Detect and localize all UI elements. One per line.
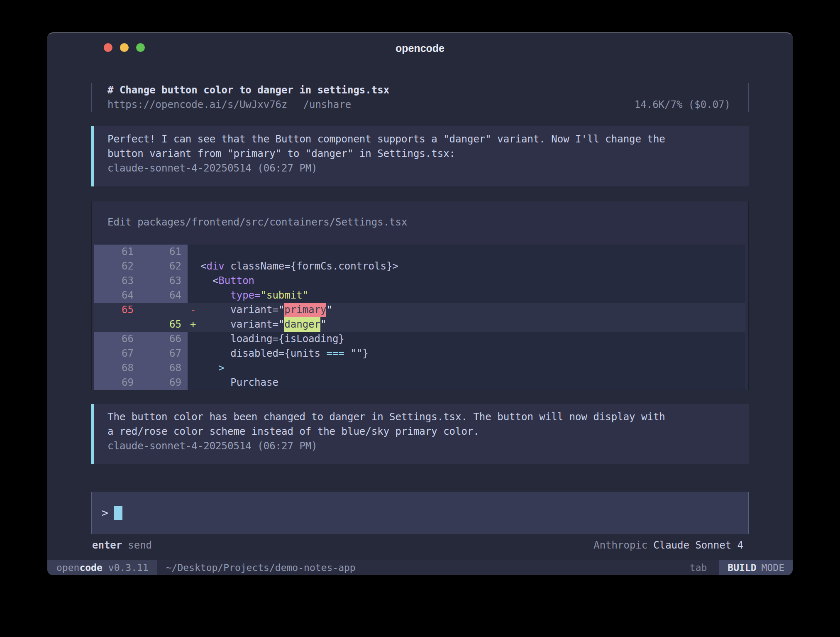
old-line-number: 68 [94, 361, 134, 375]
code-token: disabled={units [200, 348, 326, 359]
diff-gutter: 6161 [94, 245, 188, 259]
diff-gutter: 6767 [94, 346, 188, 361]
message-meta: claude-sonnet-4-20250514 (06:27 PM) [107, 439, 749, 453]
working-directory: ~/Desktop/Projects/demo-notes-app [166, 560, 356, 575]
code-line: <div className={formCs.controls}> [200, 259, 398, 274]
gutter-pad [181, 375, 188, 390]
code-token [200, 362, 218, 374]
message-line: button variant from "primary" to "danger… [107, 147, 749, 161]
app-version-chip: opencodev0.3.11 [47, 560, 157, 575]
prompt-symbol: > [102, 507, 108, 519]
tab-key-hint: tab [690, 560, 707, 575]
new-line-number: 67 [134, 346, 181, 361]
enter-key-hint: enter [92, 539, 122, 551]
code-token: primary [284, 303, 326, 317]
app-window: opencode # Change button color to danger… [47, 32, 793, 575]
mode-name: BUILD [728, 562, 756, 573]
model-indicator: AnthropicClaude Sonnet 4 [593, 538, 743, 553]
new-line-number: 64 [134, 288, 181, 303]
code-token: " [326, 304, 332, 316]
old-line-number: 65 [94, 303, 134, 317]
old-line-number: 66 [94, 332, 134, 346]
diff-row: 65+ variant="danger" [94, 317, 745, 332]
diff-gutter: 65 [94, 303, 188, 317]
new-line-number: 68 [134, 361, 181, 375]
code-token: === [326, 348, 344, 359]
gutter-pad [181, 274, 188, 288]
code-token: < [200, 260, 206, 272]
code-token: type= [230, 289, 260, 301]
diff-gutter: 6868 [94, 361, 188, 375]
diff-sign [188, 332, 200, 346]
code-token: variant= [200, 304, 278, 316]
model-label: Claude Sonnet 4 [653, 539, 743, 551]
code-line: type="submit" [200, 288, 308, 303]
old-line-number: 64 [94, 288, 134, 303]
diff-row: 6868 > [94, 361, 745, 375]
diff-sign [188, 245, 200, 259]
gutter-pad [181, 259, 188, 274]
diff-rows: 61616262<div className={formCs.controls}… [94, 245, 745, 390]
code-line: variant="danger" [200, 317, 326, 332]
assistant-message-1: Perfect! I can see that the Button compo… [91, 126, 749, 186]
text-cursor [114, 506, 122, 520]
mode-suffix: MODE [762, 562, 784, 573]
code-token: Purchase [200, 377, 278, 388]
diff-sign [188, 288, 200, 303]
diff-gutter: 6969 [94, 375, 188, 390]
code-token: className={formCs.controls}> [225, 260, 398, 272]
code-token: danger [284, 317, 320, 332]
session-header: # Change button color to danger in setti… [91, 83, 749, 112]
code-token: " [278, 318, 284, 330]
diff-row: 6262<div className={formCs.controls}> [94, 259, 745, 274]
code-line: Purchase [200, 375, 278, 390]
diff-sign [188, 361, 200, 375]
code-token: > [218, 362, 224, 374]
old-line-number: 67 [94, 346, 134, 361]
diff-sign: - [188, 303, 200, 317]
diff-row: 6969 Purchase [94, 375, 745, 390]
code-token: " [278, 304, 284, 316]
edit-tool-title: Edit packages/frontend/src/containers/Se… [92, 201, 748, 245]
code-line: loading={isLoading} [200, 332, 344, 346]
old-line-number: 61 [94, 245, 134, 259]
diff-gutter: 6363 [94, 274, 188, 288]
code-token [200, 289, 230, 301]
diff-gutter: 6666 [94, 332, 188, 346]
session-title: # Change button color to danger in setti… [107, 83, 748, 98]
share-url[interactable]: https://opencode.ai/s/UwJxv76z [107, 99, 287, 110]
token-usage: 14.6K/7% ($0.07) [635, 98, 730, 112]
assistant-message-2: The button color has been changed to dan… [91, 404, 749, 464]
old-line-number: 63 [94, 274, 134, 288]
diff-row: 6666 loading={isLoading} [94, 332, 745, 346]
code-line: variant="primary" [200, 303, 332, 317]
status-bar: opencodev0.3.11 ~/Desktop/Projects/demo-… [47, 560, 793, 575]
new-line-number: 69 [134, 375, 181, 390]
diff-gutter: 6262 [94, 259, 188, 274]
gutter-pad [181, 346, 188, 361]
code-token: < [200, 275, 218, 287]
window-title: opencode [47, 42, 793, 54]
diff-row: 6767 disabled={units === ""} [94, 346, 745, 361]
unshare-command[interactable]: /unshare [303, 99, 351, 110]
gutter-pad [181, 303, 188, 317]
code-token: variant= [200, 318, 278, 330]
diff-sign [188, 274, 200, 288]
diff-gutter: 65 [94, 317, 188, 332]
code-line: disabled={units === ""} [200, 346, 369, 361]
message-line: The button color has been changed to dan… [107, 410, 749, 424]
mode-indicator: BUILDMODE [719, 560, 793, 575]
gutter-pad [181, 361, 188, 375]
hint-row: entersend AnthropicClaude Sonnet 4 [91, 538, 749, 553]
code-line: > [200, 361, 225, 375]
prompt-input[interactable]: > [91, 492, 749, 534]
new-line-number: 66 [134, 332, 181, 346]
diff-sign [188, 375, 200, 390]
gutter-pad [181, 245, 188, 259]
new-line-number: 62 [134, 259, 181, 274]
code-token: Button [218, 275, 254, 287]
diff-row: 65- variant="primary" [94, 303, 745, 317]
old-line-number: 69 [94, 375, 134, 390]
send-label: send [128, 539, 152, 551]
diff-row: 6464 type="submit" [94, 288, 745, 303]
